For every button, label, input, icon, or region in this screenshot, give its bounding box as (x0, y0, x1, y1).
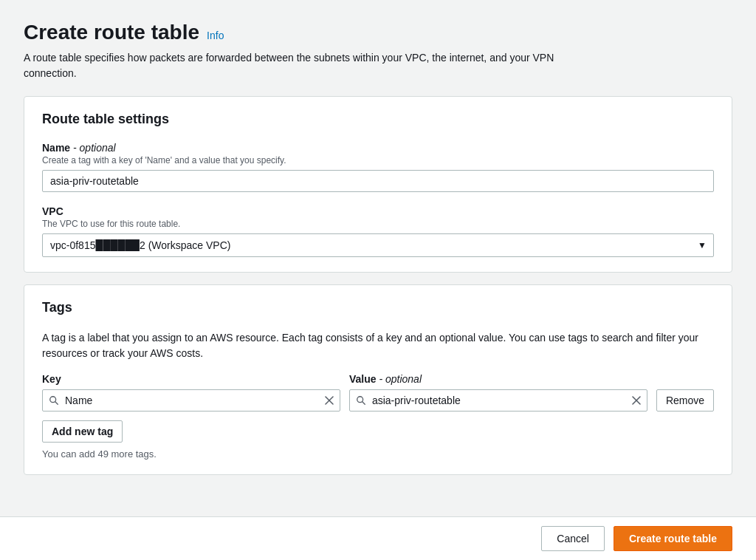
value-col-label: Value - optional (349, 373, 647, 385)
tag-row-0: Key (42, 373, 714, 412)
value-input[interactable] (372, 390, 626, 411)
name-description: Create a tag with a key of 'Name' and a … (42, 155, 714, 165)
page-container: Create route table Info A route table sp… (0, 0, 756, 560)
create-route-table-button[interactable]: Create route table (614, 526, 732, 551)
vpc-label: VPC (42, 205, 714, 217)
name-optional-suffix: - optional (73, 142, 116, 154)
key-clear-button[interactable] (319, 396, 340, 405)
page-title-row: Create route table Info (24, 21, 732, 44)
tag-value-col: Value - optional (349, 373, 647, 412)
vpc-select-wrapper: vpc-0f815██████2 (Workspace VPC) ▼ (42, 233, 714, 257)
vpc-field: VPC The VPC to use for this route table.… (42, 205, 714, 257)
tags-description: A tag is a label that you assign to an A… (42, 330, 714, 361)
value-clear-button[interactable] (626, 396, 647, 405)
page-header: Create route table Info A route table sp… (24, 21, 732, 81)
name-input[interactable] (42, 170, 714, 192)
tags-count-note: You can add 49 more tags. (42, 448, 714, 460)
route-table-settings-card: Route table settings Name - optional Cre… (24, 96, 732, 273)
search-icon-value (350, 395, 372, 406)
remove-tag-button[interactable]: Remove (656, 389, 714, 412)
page-description: A route table specifies how packets are … (24, 50, 555, 81)
cancel-button[interactable]: Cancel (541, 526, 605, 551)
add-new-tag-button[interactable]: Add new tag (42, 420, 123, 443)
page-title: Create route table (24, 21, 199, 44)
tags-card: Tags A tag is a label that you assign to… (24, 284, 732, 475)
tag-key-col: Key (42, 373, 340, 412)
tag-action-col: Remove (656, 373, 714, 412)
footer: Cancel Create route table (0, 516, 756, 560)
svg-line-5 (362, 402, 365, 405)
value-search-wrapper (349, 389, 647, 412)
key-search-wrapper (42, 389, 340, 412)
tags-card-title: Tags (42, 300, 714, 315)
vpc-select[interactable]: vpc-0f815██████2 (Workspace VPC) (42, 233, 714, 257)
svg-line-1 (55, 402, 58, 405)
settings-card-title: Route table settings (42, 112, 714, 127)
vpc-description: The VPC to use for this route table. (42, 219, 714, 229)
value-optional-suffix: - optional (379, 373, 422, 385)
info-link[interactable]: Info (207, 30, 224, 41)
name-label: Name - optional (42, 142, 714, 154)
search-icon (43, 395, 65, 406)
name-field: Name - optional Create a tag with a key … (42, 142, 714, 192)
key-col-label: Key (42, 373, 340, 385)
key-input[interactable] (65, 390, 319, 411)
